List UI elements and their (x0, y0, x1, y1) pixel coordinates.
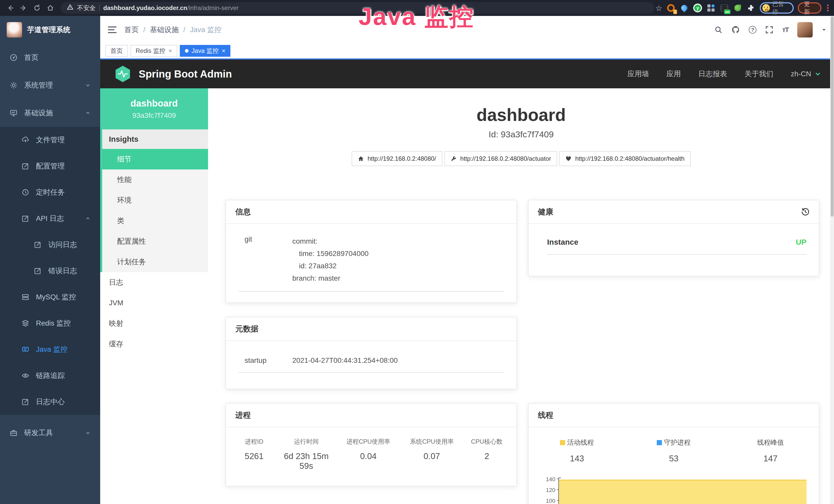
sidebar-item-infra[interactable]: 基础设施 (0, 99, 100, 127)
sba-nav-wallboard[interactable]: 应用墙 (628, 69, 649, 79)
github-icon[interactable] (731, 25, 740, 34)
sba-item-environment[interactable]: 环境 (102, 190, 208, 210)
breadcrumb-home[interactable]: 首页 (124, 25, 139, 35)
watermark-annotation: Java 监控 (358, 1, 475, 33)
security-label[interactable]: 不安全 (77, 4, 95, 12)
extension-leaf-icon[interactable] (733, 3, 742, 13)
sba-instance-header[interactable]: dashboard 93a3fc7f7409 (100, 88, 208, 130)
sba-language-select[interactable]: zh-CN (791, 70, 821, 78)
help-icon[interactable]: ? (749, 26, 756, 33)
sidebar-item-mysql[interactable]: MySQL 监控 (0, 284, 100, 310)
actuator-url-button[interactable]: http://192.168.0.2:48080/actuator (444, 151, 557, 166)
sba-brand[interactable]: Spring Boot Admin (113, 65, 232, 83)
back-icon[interactable] (4, 2, 17, 14)
threads-legend: 活动线程 143 守护进程 53 线程峰值 147 (529, 438, 819, 463)
sba-item-config-props[interactable]: 配置属性 (102, 231, 208, 252)
chevron-down-icon (815, 71, 821, 77)
extension-y-icon[interactable]: y (693, 3, 702, 13)
search-icon[interactable] (714, 26, 723, 34)
text-size-icon[interactable]: тT (782, 26, 789, 34)
extension-orange-icon[interactable]: 1 (666, 3, 676, 13)
hamburger-icon[interactable] (108, 26, 117, 33)
close-icon[interactable]: × (169, 47, 172, 54)
sidebar-item-api-log[interactable]: API 日志 (0, 205, 100, 232)
scrollbar[interactable] (830, 16, 834, 504)
breadcrumb: 首页 / 基础设施 / Java 监控 (124, 25, 222, 35)
extensions-puzzle-icon[interactable] (746, 3, 756, 13)
sba-item-scheduled-tasks[interactable]: 计划任务 (102, 252, 208, 272)
close-icon[interactable]: × (222, 47, 225, 54)
edit-icon (22, 215, 29, 222)
info-card: 信息 git commit: time: 1596289704000 id: 2… (225, 200, 517, 303)
avatar[interactable] (797, 22, 813, 38)
extension-pin-icon[interactable] (680, 3, 689, 13)
extension-grid-icon[interactable] (706, 3, 716, 13)
sba-content: dashboard Id: 93a3fc7f7409 http://192.16… (208, 88, 834, 504)
bookmark-star-icon[interactable]: ☆ (655, 4, 662, 13)
sba-item-caches[interactable]: 缓存 (100, 334, 208, 354)
user-caret-icon[interactable] (821, 27, 827, 32)
sba-nav-applications[interactable]: 应用 (666, 69, 681, 79)
service-url-button[interactable]: http://192.168.0.2:48080/ (352, 151, 442, 166)
sba-item-metrics[interactable]: 性能 (102, 169, 208, 190)
profile-paused-chip[interactable]: 已暂停 (760, 2, 794, 14)
log-icon (22, 398, 29, 406)
sidebar-item-jobs[interactable]: 定时任务 (0, 179, 100, 205)
reload-icon[interactable] (31, 2, 43, 14)
instance-id-line: Id: 93a3fc7f7409 (208, 130, 834, 139)
update-button[interactable]: 更新 (798, 2, 821, 14)
sba-sidebar: dashboard 93a3fc7f7409 Insights 细节 性能 环境… (100, 88, 208, 504)
home-toolbar-icon[interactable] (44, 2, 57, 14)
health-instance-row[interactable]: Instance UP (547, 238, 807, 255)
threads-card: 线程 活动线程 143 守护进程 53 线程峰值 (528, 403, 819, 504)
sidebar-item-log-center[interactable]: 日志中心 (0, 389, 100, 415)
browser-menu-icon[interactable] (826, 5, 830, 11)
scrollbar-thumb (831, 17, 834, 217)
url-text[interactable]: dashboard.yudao.iocoder.cn/infra/admin-s… (103, 4, 239, 12)
breadcrumb-infra[interactable]: 基础设施 (150, 25, 179, 35)
forward-icon[interactable] (18, 2, 30, 14)
sba-item-mappings[interactable]: 映射 (100, 313, 208, 334)
java-monitor-icon (22, 346, 29, 353)
metadata-key: startup (244, 357, 292, 365)
history-icon[interactable] (801, 207, 810, 216)
sidebar-item-error-log[interactable]: 错误日志 (0, 258, 100, 284)
sidebar-item-tracing[interactable]: 链路追踪 (0, 363, 100, 389)
sba-navbar: Spring Boot Admin 应用墙 应用 日志报表 关于我们 zh-CN (100, 60, 834, 88)
sba-nav-about[interactable]: 关于我们 (745, 69, 773, 79)
health-url-button[interactable]: http://192.168.0.2:48080/actuator/health (559, 151, 691, 166)
process-card: 进程 进程ID5261 运行时间6d 23h 15m 59s 进程CPU使用率0… (225, 403, 517, 486)
sidebar-item-home[interactable]: 首页 (0, 44, 100, 71)
sidebar-item-java-monitor[interactable]: Java 监控 (0, 336, 100, 363)
sidebar-item-redis[interactable]: Redis 监控 (0, 310, 100, 336)
sidebar-item-system[interactable]: 系统管理 (0, 71, 100, 99)
gear-icon (10, 82, 18, 89)
sba-item-logs[interactable]: 日志 (100, 272, 208, 293)
fullscreen-icon[interactable] (765, 26, 773, 34)
infra-submenu: 文件管理 配置管理 定时任务 API 日志 访问日志 (0, 127, 100, 415)
sidebar-item-dev-tools[interactable]: 研发工具 (0, 419, 100, 447)
extension-switch-icon[interactable]: on (720, 3, 729, 13)
address-bar[interactable]: 不安全 dashboard.yudao.iocoder.cn/infra/adm… (61, 2, 654, 14)
sidebar-item-files[interactable]: 文件管理 (0, 127, 100, 153)
edit-icon (34, 241, 42, 249)
tab-home[interactable]: 首页 (105, 45, 128, 57)
info-card-title: 信息 (235, 207, 251, 217)
extensions-area: ☆ 1 y on 已暂停 更新 (655, 2, 830, 14)
tab-java-monitor[interactable]: Java 监控× (180, 45, 231, 57)
sba-item-classes[interactable]: 类 (102, 210, 208, 231)
sba-nav-journal[interactable]: 日志报表 (698, 69, 727, 79)
screen: 不安全 dashboard.yudao.iocoder.cn/infra/adm… (0, 0, 834, 504)
sba-item-jvm[interactable]: JVM (100, 293, 208, 313)
sba-item-details[interactable]: 细节 (102, 149, 208, 169)
sidebar-item-access-log[interactable]: 访问日志 (0, 232, 100, 258)
app-logo-row[interactable]: 芋道管理系统 (0, 16, 100, 44)
instance-id: 93a3fc7f7409 (132, 111, 176, 120)
health-row-label: Instance (547, 238, 578, 247)
startup-row: startup 2021-04-27T00:44:31.254+08:00 (238, 357, 504, 373)
tab-redis-monitor[interactable]: Redis 监控× (130, 45, 177, 57)
status-badge: UP (796, 238, 807, 247)
sidebar-item-config[interactable]: 配置管理 (0, 153, 100, 179)
divider (99, 5, 100, 11)
breadcrumb-current: Java 监控 (190, 25, 222, 35)
